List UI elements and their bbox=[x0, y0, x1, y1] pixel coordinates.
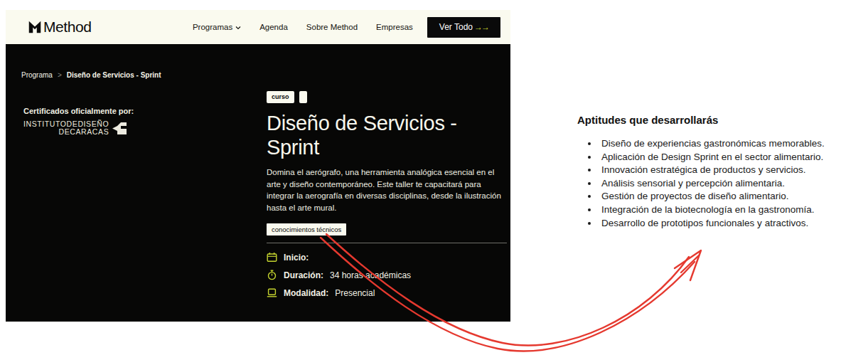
list-item: Análisis sensorial y percepción alimenta… bbox=[599, 177, 863, 191]
aptitudes-block: Aptitudes que desarrollarás Diseño de ex… bbox=[577, 114, 863, 230]
list-item: Gestión de proyectos de diseño alimentar… bbox=[599, 190, 863, 203]
logo-text: Method bbox=[43, 18, 92, 36]
main-nav: Programas Agenda Sobre Method Empresas bbox=[193, 23, 413, 31]
laptop-icon bbox=[267, 287, 277, 298]
aptitudes-heading: Aptitudes que desarrollarás bbox=[577, 114, 863, 126]
divider bbox=[267, 243, 507, 243]
detail-inicio: Inicio: bbox=[267, 252, 512, 263]
nav-item-empresas[interactable]: Empresas bbox=[376, 23, 413, 31]
list-item: Aplicación de Design Sprint en el sector… bbox=[599, 151, 863, 164]
breadcrumb-separator: > bbox=[58, 71, 62, 79]
method-logo-icon bbox=[27, 19, 43, 35]
breadcrumb-current: Diseño de Servicios - Sprint bbox=[67, 71, 161, 79]
arrow-right-icon: →→ bbox=[474, 22, 488, 32]
breadcrumb: Programa > Diseño de Servicios - Sprint bbox=[21, 71, 161, 79]
certifier-line2: DECARACAS bbox=[23, 128, 109, 136]
course-summary: curso Diseño de Servicios - Sprint Domin… bbox=[267, 91, 512, 298]
method-logo[interactable]: Method bbox=[27, 18, 92, 36]
breadcrumb-programa[interactable]: Programa bbox=[21, 71, 53, 79]
nav-item-agenda[interactable]: Agenda bbox=[259, 23, 288, 31]
course-description: Domina el aerógrafo, una herramienta ana… bbox=[267, 166, 508, 213]
list-item: Innovación estratégica de productos y se… bbox=[599, 164, 863, 177]
certification-block: Certificados oficialmente por: INSTITUTO… bbox=[23, 107, 134, 136]
aptitudes-list: Diseño de experiencias gastronómicas mem… bbox=[577, 137, 863, 230]
stopwatch-icon bbox=[267, 270, 277, 280]
course-details: Inicio: Duración: 34 horas académicas bbox=[267, 252, 512, 298]
course-hero-panel: Programa > Diseño de Servicios - Sprint … bbox=[6, 44, 510, 322]
calendar-icon bbox=[267, 252, 277, 263]
list-item: Diseño de experiencias gastronómicas mem… bbox=[599, 137, 863, 151]
curso-badge: curso bbox=[267, 91, 294, 103]
certified-by-label: Certificados oficialmente por: bbox=[23, 107, 134, 115]
chevron-down-icon bbox=[235, 23, 241, 31]
nav-item-programas[interactable]: Programas bbox=[193, 23, 241, 31]
detail-modalidad: Modalidad: Presencial bbox=[267, 287, 512, 298]
list-item: Desarrollo de prototipos funcionales y a… bbox=[599, 217, 863, 231]
masthead: Method Programas Agenda Sobre Method Emp… bbox=[6, 10, 510, 44]
instituto-logo-icon bbox=[112, 122, 127, 134]
nav-item-sobre-method[interactable]: Sobre Method bbox=[306, 23, 358, 31]
detail-duracion: Duración: 34 horas académicas bbox=[267, 270, 512, 280]
instituto-diseno-caracas-logo: INSTITUTODEDISEÑO DECARACAS bbox=[23, 120, 134, 136]
secondary-badge bbox=[299, 91, 307, 103]
list-item: Integración de la biotecnología en la ga… bbox=[599, 203, 863, 217]
course-title: Diseño de Servicios - Sprint bbox=[267, 111, 512, 159]
ver-todo-button[interactable]: Ver Todo →→ bbox=[427, 17, 500, 38]
conocimientos-tecnicos-tag: conocimientos técnicos bbox=[267, 223, 346, 235]
